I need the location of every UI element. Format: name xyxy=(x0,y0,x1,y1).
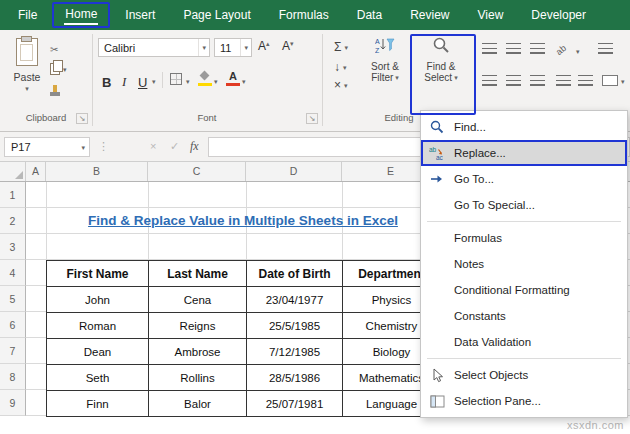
table-cell[interactable]: 25/07/1981 xyxy=(247,391,343,417)
row-header-4[interactable]: 4 xyxy=(0,260,26,286)
insert-function-button[interactable]: fx xyxy=(190,139,199,154)
table-cell[interactable]: John xyxy=(47,287,149,313)
clear-button[interactable]: ×▾ xyxy=(334,78,348,92)
increase-indent-button[interactable] xyxy=(578,75,593,86)
font-size-value: 11 xyxy=(220,42,231,54)
align-left-button[interactable] xyxy=(482,75,497,86)
caret-down-icon[interactable]: ▾ xyxy=(214,78,218,86)
table-cell[interactable]: Rollins xyxy=(149,365,247,391)
text-orientation-button[interactable]: ab xyxy=(554,43,568,57)
bold-button[interactable]: B xyxy=(102,70,111,90)
table-cell[interactable]: Dean xyxy=(47,339,149,365)
menu-item-select-objects[interactable]: Select Objects xyxy=(421,362,627,388)
wrap-text-button[interactable] xyxy=(598,43,613,54)
tab-review[interactable]: Review xyxy=(396,0,463,30)
menu-item-go-to[interactable]: Go To... xyxy=(421,166,627,192)
caret-down-icon[interactable]: ▾ xyxy=(576,48,580,56)
cut-button[interactable]: ✂ xyxy=(50,42,82,58)
table-cell[interactable]: Finn xyxy=(47,391,149,417)
align-center-button[interactable] xyxy=(506,75,521,86)
table-header-last-name[interactable]: Last Name xyxy=(149,261,247,287)
row-header-6[interactable]: 6 xyxy=(0,312,26,338)
caret-down-icon[interactable]: ▾ xyxy=(621,78,625,86)
caret-down-icon[interactable]: ▾ xyxy=(152,78,156,86)
caret-down-icon[interactable]: ▾ xyxy=(186,78,190,86)
tab-home[interactable]: Home xyxy=(51,0,111,30)
table-header-date-of-birth[interactable]: Date of Birth xyxy=(247,261,343,287)
font-size-combobox[interactable]: 11 ▾ xyxy=(214,38,252,57)
menu-item-find[interactable]: Find... xyxy=(421,114,627,140)
name-box[interactable]: P17 ▾ xyxy=(4,137,90,157)
caret-down-icon[interactable]: ▾ xyxy=(242,78,246,86)
paste-button[interactable]: Paste ▾ xyxy=(8,36,46,110)
font-name-combobox[interactable]: Calibri ▾ xyxy=(98,38,210,57)
sheet-title-cell[interactable]: Find & Replace Value in Multiple Sheets … xyxy=(46,208,440,234)
underline-button[interactable]: U xyxy=(138,70,147,90)
menu-item-selection-pane[interactable]: Selection Pane... xyxy=(421,388,627,414)
font-dialog-launcher[interactable]: ↘ xyxy=(306,113,318,124)
tab-formulas[interactable]: Formulas xyxy=(265,0,343,30)
fill-button[interactable]: ↓▾ xyxy=(334,60,347,74)
drag-handle-icon[interactable]: ⋮ xyxy=(98,140,109,153)
column-header-c[interactable]: C xyxy=(148,162,246,181)
row-header-3[interactable]: 3 xyxy=(0,234,26,260)
format-painter-button[interactable] xyxy=(50,80,82,96)
tab-view-label: View xyxy=(477,6,505,24)
table-cell[interactable]: 28/5/1986 xyxy=(247,365,343,391)
table-cell[interactable]: 23/04/1977 xyxy=(247,287,343,313)
select-all-corner[interactable] xyxy=(0,162,26,181)
row-header-1[interactable]: 1 xyxy=(0,182,26,208)
copy-button[interactable]: ▾ xyxy=(50,61,82,77)
fill-color-button[interactable] xyxy=(198,71,212,86)
enter-button[interactable]: ✓ xyxy=(170,140,179,153)
tab-developer[interactable]: Developer xyxy=(517,0,600,30)
row-header-7[interactable]: 7 xyxy=(0,338,26,364)
menu-item-constants[interactable]: Constants xyxy=(421,303,627,329)
column-header-d[interactable]: D xyxy=(246,162,342,181)
clipboard-dialog-launcher[interactable]: ↘ xyxy=(76,113,88,124)
borders-button[interactable] xyxy=(170,73,182,85)
italic-button[interactable]: I xyxy=(122,70,126,90)
menu-item-conditional-formatting[interactable]: Conditional Formatting xyxy=(421,277,627,303)
align-middle-button[interactable] xyxy=(506,43,521,54)
merge-center-button[interactable] xyxy=(602,75,618,86)
row-header-8[interactable]: 8 xyxy=(0,364,26,390)
row-header-2[interactable]: 2 xyxy=(0,208,26,234)
row-header-5[interactable]: 5 xyxy=(0,286,26,312)
table-cell[interactable]: Roman xyxy=(47,313,149,339)
column-header-b[interactable]: B xyxy=(46,162,148,181)
menu-separator xyxy=(427,358,621,359)
cancel-button[interactable]: × xyxy=(150,140,156,152)
table-cell[interactable]: 7/12/1985 xyxy=(247,339,343,365)
sort-filter-button[interactable]: A Z Sort & Filter▾ xyxy=(358,36,412,110)
tab-data[interactable]: Data xyxy=(343,0,396,30)
table-cell[interactable]: Reigns xyxy=(149,313,247,339)
shrink-font-button[interactable]: A▾ xyxy=(282,39,294,53)
autosum-button[interactable]: Σ▾ xyxy=(334,40,348,54)
menu-item-formulas[interactable]: Formulas xyxy=(421,225,627,251)
tab-view[interactable]: View xyxy=(464,0,518,30)
table-cell[interactable]: Ambrose xyxy=(149,339,247,365)
table-cell[interactable]: Cena xyxy=(149,287,247,313)
excel-window: File Home Insert Page Layout Formulas Da… xyxy=(0,0,630,434)
grow-font-button[interactable]: A▴ xyxy=(258,39,270,53)
row-header-9[interactable]: 9 xyxy=(0,390,26,416)
table-header-first-name[interactable]: First Name xyxy=(47,261,149,287)
menu-item-replace[interactable]: abac Replace... xyxy=(421,140,627,166)
tab-file[interactable]: File xyxy=(4,0,51,30)
font-color-button[interactable]: A xyxy=(226,70,240,86)
table-cell[interactable]: 25/5/1985 xyxy=(247,313,343,339)
tab-page-layout[interactable]: Page Layout xyxy=(169,0,264,30)
decrease-indent-button[interactable] xyxy=(556,75,571,86)
table-cell[interactable]: Seth xyxy=(47,365,149,391)
table-cell[interactable]: Balor xyxy=(149,391,247,417)
menu-item-data-validation[interactable]: Data Validation xyxy=(421,329,627,355)
menu-item-go-to-special[interactable]: Go To Special... xyxy=(421,192,627,218)
align-bottom-button[interactable] xyxy=(530,43,545,54)
column-header-a[interactable]: A xyxy=(26,162,46,181)
menu-item-notes[interactable]: Notes xyxy=(421,251,627,277)
align-right-button[interactable] xyxy=(530,75,545,86)
tab-insert-label: Insert xyxy=(124,6,156,24)
tab-insert[interactable]: Insert xyxy=(111,0,169,30)
align-top-button[interactable] xyxy=(482,43,497,54)
